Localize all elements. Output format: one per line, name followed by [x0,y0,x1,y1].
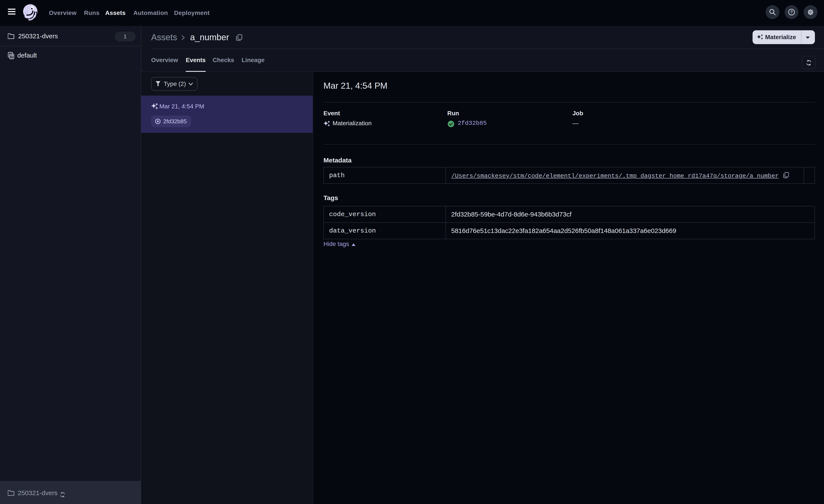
svg-text:?: ? [790,10,793,14]
